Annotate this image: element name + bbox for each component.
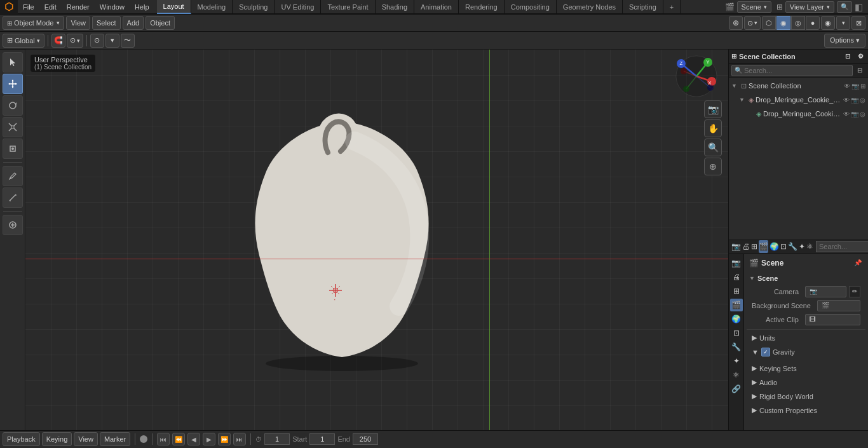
keying-menu[interactable]: Keying bbox=[42, 432, 72, 446]
gravity-section-header[interactable]: ▼ ✓ Gravity bbox=[747, 345, 865, 359]
menu-window[interactable]: Window bbox=[95, 0, 130, 14]
tab-scripting[interactable]: Scripting bbox=[623, 0, 663, 14]
object-props-btn[interactable]: ⊡ bbox=[780, 240, 787, 253]
tab-geometry-nodes[interactable]: Geometry Nodes bbox=[557, 0, 623, 14]
background-scene-value[interactable]: 🎬 bbox=[817, 300, 860, 311]
render-props-btn[interactable]: 📷 bbox=[731, 240, 741, 253]
cursor-tool-btn[interactable] bbox=[3, 52, 23, 72]
scene-section-header[interactable]: ▼ Scene bbox=[747, 272, 865, 285]
eye-icon-1[interactable]: 👁 bbox=[843, 111, 850, 118]
tab-uv-editing[interactable]: UV Editing bbox=[275, 0, 321, 14]
audio-section-header[interactable]: ▶ Audio bbox=[747, 376, 865, 390]
custom-props-section-header[interactable]: ▶ Custom Properties bbox=[747, 404, 865, 417]
outliner-filter-icon[interactable]: ⊟ bbox=[854, 65, 865, 76]
menu-help[interactable]: Help bbox=[130, 0, 154, 14]
scene-props-btn[interactable]: 🎬 bbox=[759, 240, 768, 253]
particle-icon-side[interactable]: ✦ bbox=[730, 355, 743, 367]
play-reverse-btn[interactable]: ◀ bbox=[187, 433, 200, 445]
object-menu[interactable]: Object bbox=[146, 16, 175, 30]
eye-icon-0[interactable]: 👁 bbox=[843, 97, 850, 104]
tab-texture-paint[interactable]: Texture Paint bbox=[321, 0, 375, 14]
add-menu[interactable]: Add bbox=[123, 16, 144, 30]
next-frame-btn[interactable]: ⏩ bbox=[218, 433, 231, 445]
solid-shading-btn[interactable]: ◉ bbox=[776, 16, 790, 30]
world-icon-side[interactable]: 🌍 bbox=[730, 313, 743, 325]
world-map-btn[interactable]: ⊕ bbox=[704, 158, 722, 175]
material-shading-btn[interactable]: ◎ bbox=[791, 16, 805, 30]
outliner-item-scene-collection[interactable]: ▼ ⊡ Scene Collection 👁 📷 ⊞ bbox=[729, 79, 868, 93]
output-icon-side[interactable]: 🖨 bbox=[730, 271, 743, 283]
keying-sets-section-header[interactable]: ▶ Keying Sets bbox=[747, 362, 865, 376]
transform-orientation-selector[interactable]: ⊞ Global ▾ bbox=[3, 34, 44, 48]
hand-tool-btn[interactable]: ✋ bbox=[704, 119, 722, 137]
play-btn[interactable]: ▶ bbox=[203, 433, 215, 445]
outliner-filter-btn[interactable]: ⊡ bbox=[843, 51, 853, 62]
render-icon-0[interactable]: ◎ bbox=[860, 97, 865, 104]
rotate-tool-btn[interactable] bbox=[3, 95, 23, 116]
constraint-icon-side[interactable]: 🔗 bbox=[730, 383, 743, 395]
outliner-item-0[interactable]: ▼ ◈ Drop_Meringue_Cookie_Cara 👁 📷 ◎ bbox=[729, 93, 868, 107]
modifier-icon-side[interactable]: 🔧 bbox=[730, 341, 743, 353]
eye-icon[interactable]: 👁 bbox=[844, 83, 850, 90]
scene-icon-side[interactable]: 🎬 bbox=[730, 299, 743, 311]
select-menu[interactable]: Select bbox=[92, 16, 121, 30]
rendered-shading-btn[interactable]: ● bbox=[806, 16, 820, 30]
jump-start-btn[interactable]: ⏮ bbox=[157, 433, 170, 445]
annotate-tool-btn[interactable] bbox=[3, 166, 23, 186]
render-icon-1[interactable]: ◎ bbox=[860, 111, 865, 118]
axes-gizmo[interactable]: X Y Z bbox=[675, 55, 718, 98]
view-layer-icon-side[interactable]: ⊞ bbox=[730, 285, 743, 297]
waveform-btn[interactable]: 〜 bbox=[121, 34, 135, 48]
view-layer-selector[interactable]: View Layer ▾ bbox=[785, 1, 834, 13]
end-frame-input[interactable]: 250 bbox=[353, 433, 378, 445]
camera-icon-0[interactable]: 📷 bbox=[851, 97, 858, 104]
measure-tool-btn[interactable] bbox=[3, 187, 23, 208]
marker-menu[interactable]: Marker bbox=[100, 432, 130, 446]
viewport[interactable]: User Perspective (1) Scene Collection bbox=[25, 50, 728, 430]
world-props-btn[interactable]: 🌍 bbox=[770, 240, 779, 253]
overlays-dropdown-btn[interactable]: ▾ bbox=[836, 16, 850, 30]
output-props-btn[interactable]: 🖨 bbox=[742, 240, 750, 253]
gravity-checkbox[interactable]: ✓ bbox=[761, 348, 770, 356]
right-panel-toggle[interactable]: ◧ bbox=[855, 2, 863, 12]
tab-compositing[interactable]: Compositing bbox=[505, 0, 557, 14]
scene-selector[interactable]: Scene ▾ bbox=[737, 1, 771, 13]
timeline-view-menu[interactable]: View bbox=[74, 432, 98, 446]
zoom-in-btn[interactable]: 🔍 bbox=[704, 139, 722, 156]
tab-sculpting[interactable]: Sculpting bbox=[233, 0, 275, 14]
options-btn[interactable]: Options ▾ bbox=[824, 34, 865, 48]
start-frame-input[interactable]: 1 bbox=[309, 433, 335, 445]
gizmo-toggle[interactable]: ⊕ bbox=[729, 16, 743, 30]
wireframe-shading-btn[interactable]: ⬡ bbox=[762, 16, 776, 30]
tab-animation[interactable]: Animation bbox=[414, 0, 459, 14]
props-search[interactable] bbox=[816, 241, 868, 252]
particle-props-btn[interactable]: ✦ bbox=[799, 240, 805, 253]
xray-btn[interactable]: ⊠ bbox=[851, 16, 865, 30]
menu-edit[interactable]: Edit bbox=[39, 0, 62, 14]
camera-icon-sm[interactable]: 📷 bbox=[851, 83, 859, 90]
transform-tool-btn[interactable] bbox=[3, 139, 23, 159]
props-pin-btn[interactable]: 📌 bbox=[853, 258, 863, 268]
view-menu[interactable]: View bbox=[66, 16, 90, 30]
proportional-edit-selector[interactable]: ▾ bbox=[105, 34, 119, 48]
units-section-header[interactable]: ▶ Units bbox=[747, 331, 865, 345]
modifier-props-btn[interactable]: 🔧 bbox=[788, 240, 797, 253]
proportional-edit-toggle[interactable]: ⊙ bbox=[90, 34, 104, 48]
tab-shading[interactable]: Shading bbox=[376, 0, 414, 14]
add-primitive-btn[interactable] bbox=[3, 215, 23, 235]
playhead-indicator[interactable] bbox=[140, 435, 147, 443]
tab-layout[interactable]: Layout bbox=[157, 0, 191, 14]
camera-value[interactable]: 📷 bbox=[805, 286, 846, 297]
render-icon-side[interactable]: 📷 bbox=[730, 257, 743, 269]
snap-selector[interactable]: ⊙ ▾ bbox=[67, 34, 83, 48]
overlays-btn[interactable]: ◉ bbox=[821, 16, 835, 30]
prev-frame-btn[interactable]: ⏪ bbox=[172, 433, 185, 445]
outliner-settings-btn[interactable]: ⚙ bbox=[855, 51, 865, 62]
outliner-item-1[interactable]: ▶ ◈ Drop_Meringue_Cookie_C 👁 📷 ◎ bbox=[729, 107, 868, 121]
object-icon-side[interactable]: ⊡ bbox=[730, 327, 743, 339]
current-frame-input[interactable]: 1 bbox=[264, 433, 290, 445]
move-tool-btn[interactable] bbox=[3, 74, 23, 94]
view-layer-props-btn[interactable]: ⊞ bbox=[751, 240, 757, 253]
rigid-body-section-header[interactable]: ▶ Rigid Body World bbox=[747, 390, 865, 404]
menu-render[interactable]: Render bbox=[62, 0, 95, 14]
